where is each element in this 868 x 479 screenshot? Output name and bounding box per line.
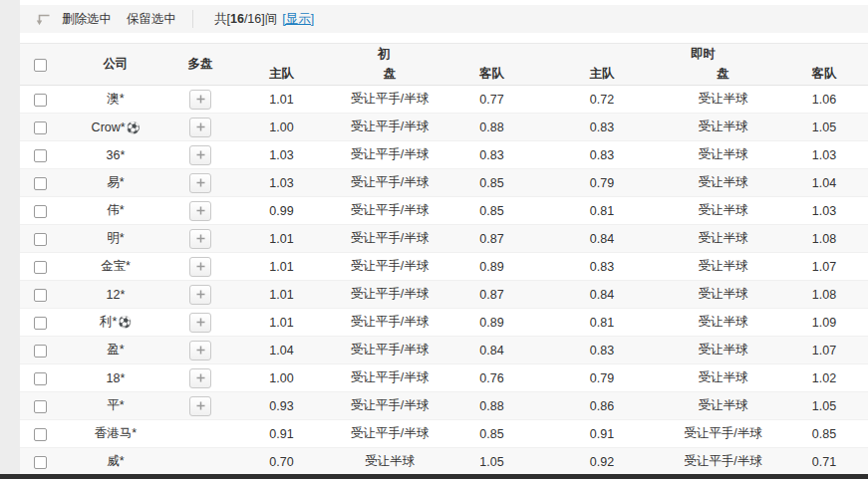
live-handicap: 受让半球 [666, 225, 780, 253]
row-checkbox[interactable] [34, 121, 47, 134]
expand-odds-button[interactable] [189, 145, 211, 165]
company-name-text: 12* [107, 288, 126, 302]
initial-handicap: 受让平手/半球 [334, 141, 445, 169]
initial-away-odds: 0.77 [445, 86, 538, 114]
live-handicap: 受让半球 [666, 114, 780, 141]
company-cell: 明*⚽ [60, 225, 171, 253]
company-name-text: 平* [107, 398, 124, 412]
plus-icon [195, 94, 206, 105]
live-handicap: 受让平手/半球 [666, 448, 780, 476]
table-row: 威*⚽ 0.70 受让半球 1.05 0.92 受让平手/半球 0.71 [20, 448, 868, 476]
soccer-ball-icon: ⚽ [118, 316, 132, 329]
initial-home-odds: 1.03 [229, 141, 334, 169]
live-handicap: 受让平手/半球 [666, 420, 780, 448]
row-checkbox[interactable] [34, 289, 47, 302]
live-away-odds: 1.03 [780, 197, 868, 225]
table-row: 平*⚽ 0.93 受让平手/半球 0.88 0.86 受让半球 1.05 [20, 392, 868, 420]
odds-table-header: 公司 多盘 初 即时 主队 盘 客队 主队 盘 客队 [20, 44, 868, 86]
col-header-init-handicap: 盘 [334, 65, 445, 86]
row-checkbox[interactable] [34, 233, 47, 246]
company-name-text: 利* [100, 315, 117, 329]
expand-odds-button[interactable] [189, 118, 211, 137]
company-cell: 澳*⚽ [60, 86, 171, 114]
row-checkbox[interactable] [34, 372, 47, 385]
company-name-text: 盈* [107, 343, 124, 357]
initial-home-odds: 1.00 [229, 364, 334, 392]
row-checkbox[interactable] [34, 149, 47, 162]
select-arrow-icon [34, 12, 51, 27]
live-handicap: 受让半球 [666, 337, 780, 364]
expand-odds-button[interactable] [189, 229, 211, 249]
live-home-odds: 0.84 [538, 225, 666, 253]
expand-odds-button[interactable] [189, 201, 211, 221]
delete-selected-button[interactable]: 删除选中 [59, 11, 115, 28]
table-row: 18*⚽ 1.00 受让平手/半球 0.76 0.79 受让半球 1.02 [20, 364, 868, 392]
row-checkbox-cell [20, 420, 60, 448]
initial-away-odds: 0.87 [445, 225, 538, 253]
live-home-odds: 0.79 [538, 169, 666, 197]
expand-odds-button[interactable] [189, 341, 211, 360]
plus-icon [195, 205, 206, 216]
row-checkbox-cell [20, 309, 60, 337]
expand-odds-button[interactable] [189, 257, 211, 277]
initial-away-odds: 0.85 [445, 169, 538, 197]
company-name-text: 伟* [107, 203, 124, 217]
company-cell: 利*⚽ [60, 309, 171, 337]
row-checkbox-cell [20, 281, 60, 309]
company-cell: 36*⚽ [60, 141, 171, 169]
live-away-odds: 1.08 [780, 225, 868, 253]
initial-home-odds: 0.70 [229, 448, 334, 476]
row-checkbox[interactable] [34, 456, 47, 469]
company-name: 金宝*⚽ [101, 259, 131, 273]
initial-away-odds: 0.85 [445, 420, 538, 448]
plus-icon [195, 233, 206, 244]
initial-handicap: 受让平手/半球 [334, 281, 445, 309]
row-checkbox[interactable] [34, 345, 47, 358]
initial-handicap: 受让平手/半球 [334, 86, 445, 114]
col-header-multi-odds: 多盘 [171, 44, 229, 86]
live-home-odds: 0.83 [538, 253, 666, 281]
expand-odds-button[interactable] [189, 368, 211, 388]
table-row: 36*⚽ 1.03 受让平手/半球 0.83 0.83 受让半球 1.03 [20, 141, 868, 169]
company-name: 香港马*⚽ [95, 426, 137, 440]
company-name-text: 威* [107, 454, 124, 468]
row-checkbox[interactable] [34, 317, 47, 330]
row-checkbox[interactable] [34, 94, 47, 107]
table-row: 12*⚽ 1.01 受让平手/半球 0.87 0.84 受让半球 1.08 [20, 281, 868, 309]
toolbar-table-gap [20, 33, 868, 43]
live-home-odds: 0.92 [538, 448, 666, 476]
initial-away-odds: 0.83 [445, 141, 538, 169]
live-home-odds: 0.84 [538, 281, 666, 309]
col-header-init-away: 客队 [445, 65, 538, 86]
row-checkbox[interactable] [34, 400, 47, 413]
company-name: 36*⚽ [107, 148, 126, 162]
initial-handicap: 受让平手/半球 [334, 114, 445, 141]
keep-selected-button[interactable]: 保留选中 [124, 11, 179, 28]
company-name-text: Crow* [92, 120, 126, 134]
row-checkbox[interactable] [34, 177, 47, 190]
row-checkbox[interactable] [34, 261, 47, 274]
initial-home-odds: 1.03 [229, 169, 334, 197]
plus-icon [195, 177, 206, 188]
live-home-odds: 0.81 [538, 197, 666, 225]
multi-odds-cell [171, 86, 229, 114]
row-checkbox[interactable] [34, 428, 47, 441]
company-name: 明*⚽ [107, 231, 124, 245]
row-checkbox[interactable] [34, 205, 47, 218]
select-all-checkbox[interactable] [34, 59, 47, 72]
expand-odds-button[interactable] [189, 285, 211, 305]
expand-odds-button[interactable] [189, 396, 211, 416]
initial-away-odds: 0.89 [445, 309, 538, 337]
live-away-odds: 0.71 [780, 448, 868, 476]
multi-odds-cell [171, 337, 229, 364]
show-link[interactable]: [显示] [282, 11, 314, 28]
plus-icon [195, 345, 206, 356]
company-cell: 12*⚽ [60, 281, 171, 309]
expand-odds-button[interactable] [189, 313, 211, 333]
expand-odds-button[interactable] [189, 173, 211, 193]
row-checkbox-cell [20, 86, 60, 114]
initial-handicap: 受让半球 [334, 448, 445, 476]
live-away-odds: 1.04 [780, 169, 868, 197]
initial-away-odds: 0.89 [445, 253, 538, 281]
expand-odds-button[interactable] [189, 90, 211, 110]
